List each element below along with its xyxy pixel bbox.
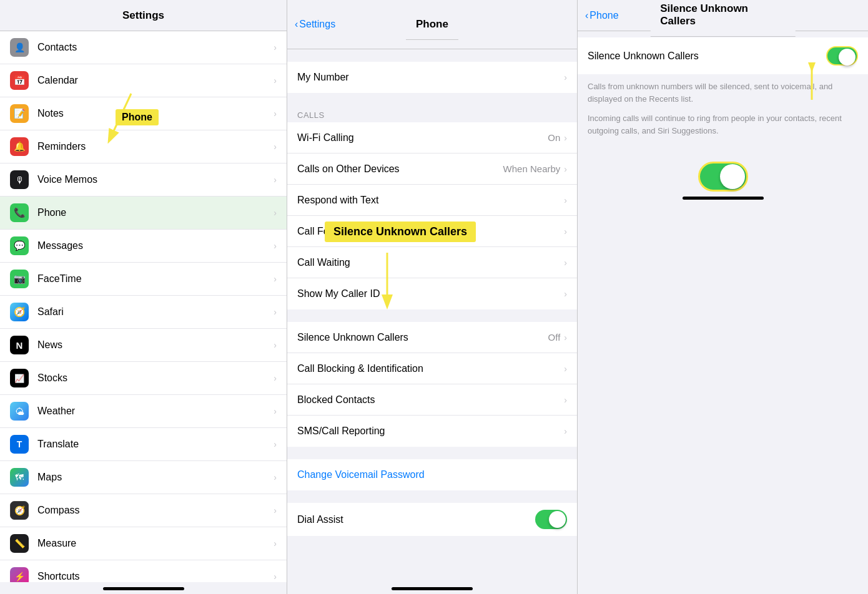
list-item[interactable]: 🎙 Voice Memos › [0, 163, 287, 197]
chevron-icon: › [274, 307, 277, 317]
silence-section: Silence Unknown Callers Off › Call Block… [287, 322, 577, 447]
list-item[interactable]: 📏 Measure › [0, 527, 287, 560]
list-item[interactable]: 🧭 Safari › [0, 296, 287, 329]
my-number-item[interactable]: My Number › [287, 62, 577, 93]
chevron-icon: › [274, 241, 277, 251]
safari-label: Safari [37, 306, 274, 318]
section-spacer [287, 49, 577, 62]
phone-annotation-label: Phone [116, 109, 159, 125]
change-voicemail-item[interactable]: Change Voicemail Password [287, 459, 577, 490]
settings-nav-bar: Settings [0, 0, 287, 31]
list-item[interactable]: ⚡ Shortcuts › [0, 560, 287, 582]
list-item[interactable]: 🧭 Compass › [0, 494, 287, 527]
list-item[interactable]: 📈 Stocks › [0, 362, 287, 395]
chevron-icon: › [564, 133, 567, 143]
silence-unknown-item[interactable]: Silence Unknown Callers Off › [287, 322, 577, 353]
settings-back-button[interactable]: ‹ Settings [295, 19, 335, 30]
sms-reporting-item[interactable]: SMS/Call Reporting › [287, 416, 577, 447]
list-item[interactable]: 🗺 Maps › [0, 461, 287, 494]
chevron-icon: › [274, 340, 277, 350]
silence-unknown-toggle[interactable] [826, 46, 858, 66]
list-item[interactable]: N News › [0, 329, 287, 362]
large-toggle-container [578, 162, 868, 192]
compass-label: Compass [37, 505, 274, 516]
chevron-icon: › [274, 75, 277, 85]
wifi-calling-value: On [548, 132, 560, 143]
chevron-icon: › [274, 142, 277, 152]
list-item[interactable]: 🌤 Weather › [0, 395, 287, 428]
home-indicator [392, 587, 473, 590]
calls-other-devices-item[interactable]: Calls on Other Devices When Nearby › [287, 153, 577, 185]
shortcuts-icon: ⚡ [10, 567, 29, 582]
voicememos-icon: 🎙 [10, 170, 29, 189]
shortcuts-label: Shortcuts [37, 571, 274, 582]
chevron-icon: › [274, 208, 277, 218]
respond-text-label: Respond with Text [297, 195, 564, 206]
phone-label: Phone [37, 207, 274, 218]
list-item[interactable]: 🔔 Reminders › [0, 130, 287, 163]
maps-label: Maps [37, 472, 274, 483]
notes-icon: 📝 [10, 104, 29, 123]
list-item[interactable]: T Translate › [0, 428, 287, 461]
chevron-icon: › [274, 175, 277, 185]
silence-annotation-label: Silence Unknown Callers [325, 222, 476, 242]
silence-detail-panel: ‹ Phone Silence Unknown Callers Silence … [578, 0, 868, 594]
silence-unknown-value: Off [548, 332, 561, 343]
dial-assist-item[interactable]: Dial Assist [287, 503, 577, 536]
messages-icon: 💬 [10, 236, 29, 255]
silence-toggle-row: Silence Unknown Callers [578, 37, 868, 74]
measure-icon: 📏 [10, 534, 29, 553]
my-number-section: My Number › [287, 62, 577, 93]
chevron-icon: › [274, 538, 277, 548]
blocked-contacts-label: Blocked Contacts [297, 394, 564, 406]
phone-back-button[interactable]: ‹ Phone [585, 10, 619, 21]
phone-icon: 📞 [10, 203, 29, 222]
phone-panel: ‹ Settings Phone My Number › CALLS Wi-Fi… [287, 0, 578, 594]
call-waiting-label: Call Waiting [297, 257, 564, 268]
silence-row-label: Silence Unknown Callers [588, 51, 826, 62]
settings-panel: Settings 👤 Contacts › 📅 Calendar › 📝 [0, 0, 287, 594]
list-item[interactable]: 📷 FaceTime › [0, 263, 287, 296]
home-indicator [683, 197, 764, 200]
reminders-icon: 🔔 [10, 137, 29, 156]
news-icon: N [10, 336, 29, 354]
calls-other-label: Calls on Other Devices [297, 163, 503, 175]
chevron-icon: › [564, 195, 567, 205]
back-chevron-icon: ‹ [295, 19, 298, 30]
calls-other-value: When Nearby [503, 163, 561, 174]
dial-assist-toggle[interactable] [535, 510, 567, 529]
call-waiting-item[interactable]: Call Waiting › [287, 247, 577, 278]
sms-reporting-label: SMS/Call Reporting [297, 426, 564, 437]
silence-nav-title: Silence Unknown Callers [650, 0, 796, 37]
chevron-icon: › [564, 226, 567, 236]
chevron-icon: › [274, 572, 277, 582]
chevron-icon: › [564, 333, 567, 343]
chevron-icon: › [274, 42, 277, 52]
show-caller-id-label: Show My Caller ID [297, 288, 564, 299]
list-item[interactable]: 💬 Messages › [0, 230, 287, 263]
chevron-icon: › [564, 72, 567, 82]
silence-description-2: Incoming calls will continue to ring fro… [588, 112, 858, 137]
blocked-contacts-item[interactable]: Blocked Contacts › [287, 384, 577, 416]
respond-text-item[interactable]: Respond with Text › [287, 185, 577, 216]
phone-list-item[interactable]: 📞 Phone › [0, 197, 287, 230]
compass-icon: 🧭 [10, 501, 29, 520]
show-caller-id-item[interactable]: Show My Caller ID › [287, 278, 577, 309]
chevron-icon: › [564, 258, 567, 268]
chevron-icon: › [564, 364, 567, 374]
chevron-icon: › [564, 289, 567, 299]
voicemail-section: Change Voicemail Password [287, 459, 577, 490]
section-spacer [287, 447, 577, 459]
translate-icon: T [10, 435, 29, 454]
stocks-icon: 📈 [10, 369, 29, 387]
contacts-label: Contacts [37, 42, 274, 53]
chevron-icon: › [274, 274, 277, 284]
wifi-calling-item[interactable]: Wi-Fi Calling On › [287, 122, 577, 153]
list-item[interactable]: 👤 Contacts › [0, 31, 287, 64]
chevron-icon: › [274, 505, 277, 515]
list-item[interactable]: 📅 Calendar › [0, 64, 287, 97]
call-blocking-item[interactable]: Call Blocking & Identification › [287, 353, 577, 384]
section-spacer [287, 490, 577, 503]
silence-large-toggle[interactable] [698, 162, 748, 192]
call-blocking-label: Call Blocking & Identification [297, 363, 564, 374]
